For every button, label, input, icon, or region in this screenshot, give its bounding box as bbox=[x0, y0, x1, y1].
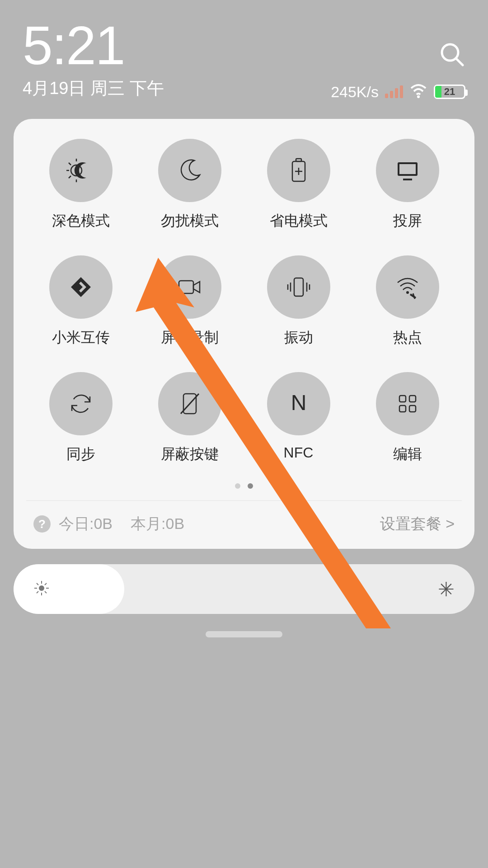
block-keys-icon bbox=[175, 389, 204, 418]
data-usage-today: 今日:0B bbox=[59, 514, 113, 534]
dark-mode-icon bbox=[66, 156, 95, 185]
data-usage-row[interactable]: ? 今日:0B 本月:0B 设置套餐 > bbox=[26, 500, 462, 549]
page-indicator[interactable] bbox=[26, 483, 462, 489]
toggle-label: 小米互传 bbox=[52, 328, 110, 348]
toggle-grid: 深色模式 勿扰模式 省电模式 投屏 小米互传 屏幕录制 振动 热 bbox=[26, 139, 462, 464]
toggle-label: 振动 bbox=[284, 328, 313, 348]
svg-line-37 bbox=[45, 583, 47, 585]
svg-point-22 bbox=[406, 291, 409, 294]
svg-rect-14 bbox=[399, 164, 416, 174]
svg-line-35 bbox=[37, 583, 38, 585]
toggle-dnd[interactable]: 勿扰模式 bbox=[135, 139, 244, 231]
quick-settings-panel: 深色模式 勿扰模式 省电模式 投屏 小米互传 屏幕录制 振动 热 bbox=[14, 119, 474, 549]
svg-line-7 bbox=[69, 163, 71, 165]
svg-rect-27 bbox=[409, 396, 416, 402]
mi-share-icon bbox=[66, 273, 95, 302]
toggle-hotspot[interactable]: 热点 bbox=[353, 255, 462, 348]
svg-line-36 bbox=[45, 591, 47, 593]
edit-grid-icon bbox=[393, 389, 422, 418]
sync-icon bbox=[66, 389, 95, 418]
brightness-high-icon: ✳ bbox=[438, 578, 455, 601]
toggle-vibrate[interactable]: 振动 bbox=[244, 255, 353, 348]
hotspot-icon bbox=[393, 273, 422, 302]
page-dot bbox=[235, 483, 240, 489]
toggle-label: 屏幕录制 bbox=[161, 328, 219, 348]
toggle-edit[interactable]: 编辑 bbox=[353, 372, 462, 464]
toggle-mi-share[interactable]: 小米互传 bbox=[26, 255, 135, 348]
toggle-block-keys[interactable]: 屏蔽按键 bbox=[135, 372, 244, 464]
data-usage-month: 本月:0B bbox=[131, 514, 184, 534]
svg-rect-17 bbox=[294, 278, 303, 296]
toggle-label: 深色模式 bbox=[52, 211, 110, 231]
toggle-label: 屏蔽按键 bbox=[161, 444, 219, 464]
svg-line-1 bbox=[456, 59, 463, 65]
battery-plus-icon bbox=[284, 156, 313, 185]
svg-point-2 bbox=[417, 95, 420, 98]
toggle-label: 同步 bbox=[66, 444, 95, 464]
svg-rect-28 bbox=[399, 406, 406, 412]
svg-line-38 bbox=[37, 591, 38, 593]
brightness-fill bbox=[14, 564, 124, 614]
svg-rect-10 bbox=[296, 159, 301, 161]
toggle-label: 热点 bbox=[393, 328, 422, 348]
brightness-slider[interactable]: ✳ bbox=[14, 564, 474, 614]
toggle-label: 勿扰模式 bbox=[161, 211, 219, 231]
toggle-screen-record[interactable]: 屏幕录制 bbox=[135, 255, 244, 348]
battery-icon: 21 bbox=[434, 85, 465, 99]
moon-icon bbox=[175, 156, 204, 185]
toggle-label: 编辑 bbox=[393, 444, 422, 464]
cellular-signal-icon bbox=[385, 85, 403, 98]
network-speed: 245K/s bbox=[331, 83, 379, 101]
clock-time: 5:21 bbox=[23, 18, 465, 72]
video-record-icon bbox=[175, 273, 204, 302]
wifi-icon bbox=[409, 82, 427, 102]
panel-drag-handle[interactable] bbox=[206, 631, 282, 637]
svg-line-8 bbox=[69, 176, 71, 178]
search-button[interactable] bbox=[438, 41, 465, 70]
help-icon[interactable]: ? bbox=[33, 515, 51, 533]
nfc-icon: N bbox=[284, 389, 313, 418]
toggle-label: 投屏 bbox=[393, 211, 422, 231]
brightness-low-icon bbox=[33, 580, 50, 598]
svg-point-30 bbox=[39, 585, 44, 591]
toggle-nfc[interactable]: N NFC bbox=[244, 372, 353, 464]
battery-percent: 21 bbox=[435, 86, 464, 98]
toggle-battery-saver[interactable]: 省电模式 bbox=[244, 139, 353, 231]
svg-rect-29 bbox=[409, 406, 416, 412]
page-dot-active bbox=[248, 483, 253, 489]
toggle-dark-mode[interactable]: 深色模式 bbox=[26, 139, 135, 231]
toggle-label: 省电模式 bbox=[270, 211, 328, 231]
search-icon bbox=[438, 41, 465, 68]
svg-rect-26 bbox=[399, 396, 406, 402]
toggle-sync[interactable]: 同步 bbox=[26, 372, 135, 464]
svg-text:N: N bbox=[291, 391, 306, 415]
toggle-label: NFC bbox=[284, 444, 314, 461]
toggle-cast[interactable]: 投屏 bbox=[353, 139, 462, 231]
cast-icon bbox=[393, 156, 422, 185]
vibrate-icon bbox=[284, 273, 313, 302]
status-bar: 245K/s 21 bbox=[331, 82, 465, 102]
status-header: 5:21 4月19日 周三 下午 245K/s 21 bbox=[0, 0, 488, 111]
set-plan-link[interactable]: 设置套餐 > bbox=[380, 514, 455, 534]
svg-rect-16 bbox=[179, 281, 193, 293]
